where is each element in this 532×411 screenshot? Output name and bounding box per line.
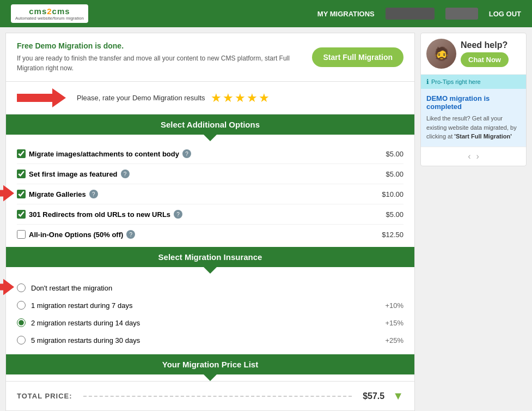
migration-insurance-section: Select Migration Insurance Don't restar <box>6 247 414 354</box>
option-label-5: All-in-One Options (50% off) ? <box>17 230 371 239</box>
option-checkbox-3[interactable] <box>17 190 26 198</box>
option-row-1: Migrate images/attachments to content bo… <box>17 144 403 164</box>
rating-stars: ★★★★★ <box>211 91 271 105</box>
prev-arrow-icon[interactable]: ‹ <box>468 152 470 161</box>
insurance-price-2: +15% <box>376 319 403 327</box>
info-icon: ℹ <box>426 78 429 86</box>
avatar: 🧔 <box>426 39 456 69</box>
total-label: TOTAL PRICE: <box>17 392 72 400</box>
insurance-list: Don't restart the migration 1 migration … <box>6 274 414 354</box>
logout-button[interactable]: LOG OUT <box>489 10 521 18</box>
option-row-5: All-in-One Options (50% off) ? $12.50 <box>17 225 403 244</box>
insurance-label-0: Don't restart the migration <box>31 284 371 292</box>
help-icon-1[interactable]: ? <box>182 149 191 158</box>
section-arrow-icon <box>204 135 217 141</box>
total-row: TOTAL PRICE: $57.5 ▼ <box>17 390 403 402</box>
svg-marker-0 <box>17 88 66 107</box>
help-icon-3[interactable]: ? <box>89 190 98 198</box>
insurance-radio-1[interactable] <box>17 301 26 310</box>
option-checkbox-5[interactable] <box>17 230 26 239</box>
option-text-3: Migrate Galleries <box>29 190 86 198</box>
option-price-2: $5.00 <box>376 170 403 178</box>
migrate-galleries-arrow <box>0 185 14 203</box>
insurance-label-3: 5 migration restarts during 30 days <box>31 336 371 344</box>
demo-done-text: Free Demo Migration is done. If you are … <box>17 41 312 73</box>
svg-marker-1 <box>0 185 14 202</box>
svg-marker-2 <box>0 279 14 295</box>
help-header: 🧔 Need help? Chat Now <box>421 33 526 75</box>
header: cms2cms Automated website/forum migratio… <box>0 0 532 27</box>
options-list: Migrate images/attachments to content bo… <box>6 141 414 247</box>
total-spacer <box>83 396 352 397</box>
insurance-radio-3[interactable] <box>17 336 26 344</box>
rating-arrow-icon <box>17 88 66 107</box>
additional-options-header: Select Additional Options <box>6 114 414 135</box>
logo-box: cms2cms Automated website/forum migratio… <box>11 4 88 23</box>
sidebar-card: 🧔 Need help? Chat Now ℹ Pro-Tips right h… <box>420 33 527 166</box>
chat-now-button[interactable]: Chat Now <box>461 52 509 67</box>
rating-bar: Please, rate your Demo Migration results… <box>6 82 414 114</box>
header-search2-input[interactable] <box>445 8 478 20</box>
option-row-4: 301 Redirects from old URLs to new URLs … <box>17 204 403 225</box>
header-search-input[interactable] <box>386 8 435 20</box>
insurance-label-1: 1 migration restart during 7 days <box>31 301 371 310</box>
option-price-5: $12.50 <box>376 231 403 239</box>
arrow-icon-ins <box>0 279 14 295</box>
logo-title: cms2cms <box>29 7 70 16</box>
option-checkbox-2[interactable] <box>17 170 26 178</box>
price-section: TOTAL PRICE: $57.5 ▼ <box>6 381 414 410</box>
option-text-4: 301 Redirects from old URLs to new URLs <box>29 210 170 219</box>
protip-text: Pro-Tips right here <box>431 78 481 85</box>
help-icon-2[interactable]: ? <box>121 170 130 178</box>
help-icon-5[interactable]: ? <box>126 230 135 239</box>
protip-bar: ℹ Pro-Tips right here <box>421 75 526 89</box>
total-price: $57.5 <box>363 391 384 401</box>
insurance-row-2: 2 migration restarts during 14 days +15% <box>17 314 403 331</box>
nav-migrations-link[interactable]: MY MIGRATIONS <box>317 10 375 18</box>
insurance-radio-0[interactable] <box>17 283 26 292</box>
rating-text: Please, rate your Demo Migration results <box>77 94 205 102</box>
option-text-2: Set first image as featured <box>29 170 118 178</box>
migration-insurance-header: Select Migration Insurance <box>6 247 414 267</box>
price-list-header: Your Migration Price List <box>6 354 414 374</box>
demo-tip: DEMO migration is completed Liked the re… <box>421 89 526 147</box>
demo-tip-text: Liked the result? Get all your existing … <box>426 114 521 141</box>
option-checkbox-1[interactable] <box>17 149 26 158</box>
help-icon-4[interactable]: ? <box>174 210 182 219</box>
option-label-1: Migrate images/attachments to content bo… <box>17 149 371 158</box>
demo-done-desc: If you are ready to finish the transfer … <box>17 53 312 73</box>
start-full-migration-button-top[interactable]: Start Full Migration <box>312 47 403 67</box>
option-label-4: 301 Redirects from old URLs to new URLs … <box>17 210 371 219</box>
option-checkbox-4[interactable] <box>17 210 26 219</box>
insurance-price-1: +10% <box>376 301 403 310</box>
insurance-arrow <box>0 279 14 297</box>
nav-arrows: ‹ › <box>421 147 526 166</box>
next-arrow-icon[interactable]: › <box>476 152 479 161</box>
need-help-label: Need help? <box>461 40 509 50</box>
content-wrapper: Free Demo Migration is done. If you are … <box>0 27 532 411</box>
logo-area: cms2cms Automated website/forum migratio… <box>11 4 88 23</box>
page-wrapper: cms2cms Automated website/forum migratio… <box>0 0 532 411</box>
insurance-row-1: 1 migration restart during 7 days +10% <box>17 297 403 314</box>
section-arrow-icon-2 <box>204 267 217 274</box>
left-panel: Free Demo Migration is done. If you are … <box>5 33 415 411</box>
demo-tip-title: DEMO migration is completed <box>426 94 521 111</box>
option-label-2: Set first image as featured ? <box>17 170 371 178</box>
insurance-row-3: 5 migration restarts during 30 days +25% <box>17 331 403 349</box>
additional-options-section: Select Additional Options Migrate images… <box>6 114 414 247</box>
option-price-4: $5.00 <box>376 210 403 219</box>
insurance-label-2: 2 migration restarts during 14 days <box>31 319 371 327</box>
option-row-3: Migrate Galleries ? $10.00 <box>17 184 403 204</box>
demo-done-title: Free Demo Migration is done. <box>17 41 312 50</box>
price-list-section: Your Migration Price List TOTAL PRICE: $… <box>6 354 414 411</box>
option-text-1: Migrate images/attachments to content bo… <box>29 150 179 158</box>
option-price-3: $10.00 <box>376 190 403 198</box>
chevron-down-icon[interactable]: ▼ <box>393 390 403 402</box>
option-label-3: Migrate Galleries ? <box>17 190 371 198</box>
insurance-radio-2[interactable] <box>17 318 26 327</box>
logo-subtitle: Automated website/forum migration <box>15 16 84 21</box>
help-text: Need help? Chat Now <box>461 40 509 67</box>
option-row-2: Set first image as featured ? $5.00 <box>17 164 403 184</box>
option-text-5: All-in-One Options (50% off) <box>29 231 123 239</box>
arrow-icon-3 <box>0 185 14 202</box>
